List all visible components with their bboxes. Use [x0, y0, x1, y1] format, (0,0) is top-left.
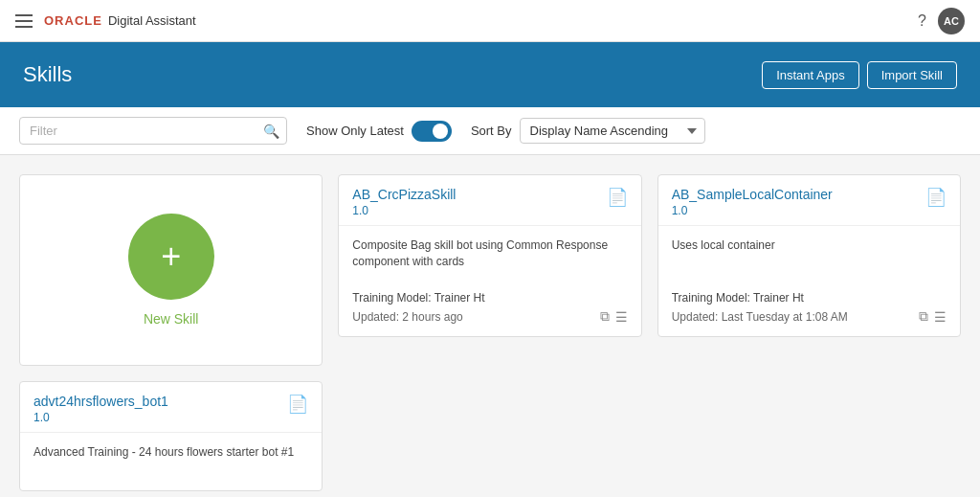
- top-nav-right: ? AC: [918, 8, 965, 34]
- skill-card-header-2: AB_SampleLocalContainer 1.0 📄: [658, 175, 960, 226]
- oracle-logo: ORACLE Digital Assistant: [44, 13, 196, 28]
- skill-card-advt24hrs: advt24hrsflowers_bot1 1.0 📄 Advanced Tra…: [19, 381, 323, 491]
- filter-input-wrap: 🔍: [19, 117, 287, 145]
- skill-card-header-3: advt24hrsflowers_bot1 1.0 📄: [20, 382, 322, 433]
- skill-description-3: Advanced Training - 24 hours flowers sta…: [33, 444, 308, 479]
- show-only-latest-label: Show Only Latest: [306, 124, 404, 138]
- skill-description-2: Uses local container: [672, 237, 947, 272]
- skill-training-1: Training Model: Trainer Ht: [352, 291, 627, 305]
- top-nav: ORACLE Digital Assistant ? AC: [0, 0, 980, 42]
- skill-card-ab-sample-local: AB_SampleLocalContainer 1.0 📄 Uses local…: [657, 174, 961, 337]
- toolbar: 🔍 Show Only Latest Sort By Display Name …: [0, 107, 980, 155]
- skill-file-icon-3: 📄: [287, 394, 308, 415]
- import-skill-button[interactable]: Import Skill: [867, 61, 957, 89]
- product-name-text: Digital Assistant: [108, 13, 196, 28]
- skill-updated-row-1: Updated: 2 hours ago ⧉ ☰: [352, 308, 627, 325]
- skill-copy-icon-2[interactable]: ⧉: [919, 308, 928, 325]
- page-title: Skills: [23, 62, 72, 87]
- new-skill-circle: +: [128, 214, 214, 300]
- top-nav-left: ORACLE Digital Assistant: [15, 13, 196, 28]
- hamburger-menu-icon[interactable]: [15, 14, 33, 28]
- skill-version-1: 1.0: [352, 204, 456, 217]
- skill-updated-1: Updated: 2 hours ago: [352, 310, 462, 324]
- skill-card-body-1: Composite Bag skill bot using Common Res…: [339, 226, 640, 283]
- skill-name-2[interactable]: AB_SampleLocalContainer: [672, 187, 833, 202]
- skill-card-body-2: Uses local container: [658, 226, 960, 283]
- skill-card-footer-1: Training Model: Trainer Ht Updated: 2 ho…: [339, 283, 640, 336]
- skill-menu-icon-2[interactable]: ☰: [934, 309, 947, 325]
- skill-updated-2: Updated: Last Tuesday at 1:08 AM: [672, 310, 848, 324]
- sort-by-select[interactable]: Display Name Ascending Display Name Desc…: [520, 118, 705, 144]
- skill-name-wrap-1: AB_CrcPizzaSkill 1.0: [352, 187, 456, 217]
- skill-card-header-1: AB_CrcPizzaSkill 1.0 📄: [339, 175, 640, 226]
- skill-training-2: Training Model: Trainer Ht: [672, 291, 947, 305]
- avatar[interactable]: AC: [938, 8, 965, 34]
- skill-actions-1: ⧉ ☰: [600, 308, 628, 325]
- sort-by-wrap: Sort By Display Name Ascending Display N…: [471, 118, 705, 144]
- skill-card-ab-crc-pizza: AB_CrcPizzaSkill 1.0 📄 Composite Bag ski…: [338, 174, 641, 337]
- help-icon[interactable]: ?: [918, 12, 926, 30]
- skill-file-icon-1: 📄: [607, 187, 628, 208]
- skill-actions-2: ⧉ ☰: [919, 308, 947, 325]
- skill-name-wrap-2: AB_SampleLocalContainer 1.0: [672, 187, 833, 217]
- filter-input[interactable]: [19, 117, 287, 145]
- skill-file-icon-2: 📄: [925, 187, 947, 208]
- skill-name-3[interactable]: advt24hrsflowers_bot1: [33, 394, 168, 409]
- skill-name-wrap-3: advt24hrsflowers_bot1 1.0: [33, 394, 168, 424]
- skill-description-1: Composite Bag skill bot using Common Res…: [352, 237, 627, 272]
- show-only-latest-wrap: Show Only Latest: [306, 121, 452, 142]
- main-content: + New Skill AB_CrcPizzaSkill 1.0 📄 Compo…: [0, 155, 980, 497]
- skill-version-2: 1.0: [672, 204, 833, 217]
- sort-by-label: Sort By: [471, 124, 512, 138]
- page-header-actions: Instant Apps Import Skill: [762, 61, 957, 89]
- search-icon: 🔍: [263, 124, 279, 139]
- show-only-latest-toggle[interactable]: [412, 121, 452, 142]
- page-header: Skills Instant Apps Import Skill: [0, 42, 980, 107]
- skill-updated-row-2: Updated: Last Tuesday at 1:08 AM ⧉ ☰: [672, 308, 947, 325]
- new-skill-card[interactable]: + New Skill: [19, 174, 323, 366]
- skill-name-1[interactable]: AB_CrcPizzaSkill: [352, 187, 456, 202]
- skill-version-3: 1.0: [33, 411, 168, 424]
- skill-menu-icon-1[interactable]: ☰: [615, 309, 628, 325]
- skill-card-body-3: Advanced Training - 24 hours flowers sta…: [20, 433, 322, 490]
- plus-icon: +: [161, 239, 181, 274]
- oracle-brand-text: ORACLE: [44, 13, 102, 28]
- skill-copy-icon-1[interactable]: ⧉: [600, 308, 610, 325]
- instant-apps-button[interactable]: Instant Apps: [762, 61, 859, 89]
- new-skill-label: New Skill: [144, 311, 199, 327]
- skill-card-footer-2: Training Model: Trainer Ht Updated: Last…: [658, 283, 960, 336]
